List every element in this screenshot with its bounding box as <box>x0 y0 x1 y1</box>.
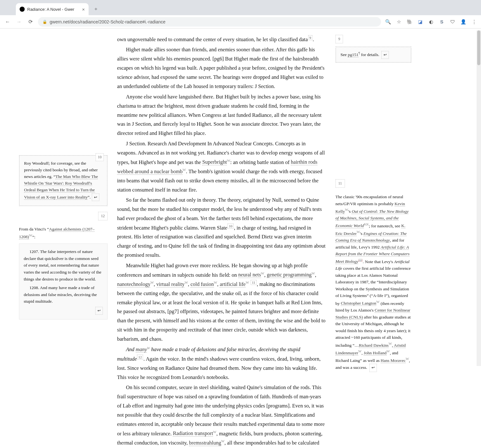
return-icon[interactable]: ↩ <box>381 51 389 59</box>
alife-link[interactable]: artificial life <box>220 281 246 287</box>
url-text: gwern.net/docs/radiance/2002-Scholz-radi… <box>50 19 166 24</box>
profile-icon[interactable]: 👤 <box>460 19 466 25</box>
langton-link[interactable]: Christopher Langton <box>341 301 376 306</box>
nano-link[interactable]: nanotechnology <box>117 281 150 287</box>
scrollbar-thumb[interactable] <box>477 30 480 65</box>
extension-icon-s[interactable]: S <box>439 19 445 25</box>
forward-button[interactable]: → <box>15 18 23 26</box>
footnote-ref-10[interactable]: 10 <box>228 224 234 229</box>
browser-toolbar: ← → ⟳ 🔒 gwern.net/docs/radiance/2002-Sch… <box>0 15 481 28</box>
superbright-link[interactable]: Superbright <box>202 159 227 165</box>
footnote-ref-12[interactable]: 12 <box>137 355 143 360</box>
reload-button[interactable]: ⟳ <box>27 18 34 26</box>
sidenote-number: 11 <box>335 179 345 188</box>
right-margin: 9 See pg151¶ for details. ↩ 11 The class… <box>335 35 411 448</box>
extension-icon-1[interactable]: ◪ <box>417 19 423 25</box>
browser-tab[interactable]: Radiance: A Novel - Gwer × <box>16 3 89 15</box>
address-bar[interactable]: 🔒 gwern.net/docs/radiance/2002-Scholz-ra… <box>38 17 381 27</box>
sidenote-number: 9 <box>335 35 343 43</box>
holland-link[interactable]: John Holland <box>364 350 386 356</box>
rad-transport-link[interactable]: Radiation transport <box>173 430 213 437</box>
left-margin: 10 Roy Woodruff; for coverage, see the p… <box>19 35 108 448</box>
back-button[interactable]: ← <box>4 18 11 26</box>
davinci-quote: 1207. The false interpreters of nature d… <box>19 243 108 319</box>
para: Anyone else would have languished there.… <box>117 92 326 138</box>
vr-link[interactable]: virtual reality <box>156 281 184 287</box>
para: Meanwhile Highet had grown ever more rec… <box>117 261 326 344</box>
page-content: 10 Roy Woodruff; for coverage, see the p… <box>0 28 481 448</box>
tab-title: Radiance: A Novel - Gwer <box>27 7 74 12</box>
menu-icon[interactable]: ⋮ <box>471 19 477 25</box>
sidenote-12-intro: From da Vinci's “Against alchemists (120… <box>19 226 108 240</box>
lock-icon: 🔒 <box>42 20 47 24</box>
many-link[interactable]: many <box>136 346 147 353</box>
return-icon[interactable]: ↩ <box>95 307 103 315</box>
close-icon[interactable]: × <box>82 7 85 12</box>
scrollbar-track[interactable] <box>477 30 481 366</box>
sidenote-11: The classic '90s encapsulation of neural… <box>335 193 411 372</box>
main-text: own ungovernable need to command the cen… <box>117 35 326 448</box>
star-icon[interactable]: ☆ <box>396 19 402 25</box>
new-tab-button[interactable]: + <box>91 4 101 14</box>
gp-link[interactable]: genetic programming <box>267 272 312 278</box>
footnote-ref-9[interactable]: 9 <box>308 35 313 40</box>
para: own ungovernable need to command the cen… <box>117 35 326 44</box>
evernote-icon[interactable]: 🐘 <box>406 19 413 25</box>
pg151-link[interactable]: pg151 <box>348 52 359 57</box>
extension-icon-2[interactable]: ◐ <box>428 19 434 25</box>
para: J Section. Research And Development In A… <box>117 139 326 194</box>
return-icon[interactable]: ↩ <box>92 193 99 201</box>
browser-tab-strip: Radiance: A Novel - Gwer × + <box>0 0 481 15</box>
brems-link[interactable]: bremsstrahlung <box>189 440 221 446</box>
toolbar-icons: 🔍 ☆ 🐘 ◪ ◐ S 🛡 👤 ⋮ <box>385 19 477 25</box>
sidenote-number: 12 <box>98 212 108 220</box>
neural-nets-link[interactable]: neural nets <box>238 272 261 278</box>
cold-fusion-link[interactable]: cold fusion <box>191 281 214 287</box>
para: On his second computer, secure in steel … <box>117 383 326 448</box>
sidenote-10: 10 Roy Woodruff; for coverage, see the p… <box>19 155 108 206</box>
zoom-icon[interactable]: 🔍 <box>385 19 391 25</box>
site-favicon <box>20 7 25 12</box>
return-icon[interactable]: ↩ <box>369 364 377 372</box>
para: So far the beams flashed out only in the… <box>117 196 326 260</box>
moravec-link[interactable]: Hans Moravec <box>381 358 406 363</box>
sidenote-number: 10 <box>96 153 104 161</box>
shield-icon[interactable]: 🛡 <box>449 19 456 25</box>
footnote-ref-11[interactable]: 11 <box>251 280 257 285</box>
dawkins-link[interactable]: Richard Dawkins <box>359 343 389 348</box>
sidenote-9: See pg151¶ for details. ↩ <box>335 47 411 63</box>
para: Highet made allies sooner than friends, … <box>117 45 326 91</box>
para: And manyW have made a trade of delusions… <box>117 345 326 382</box>
